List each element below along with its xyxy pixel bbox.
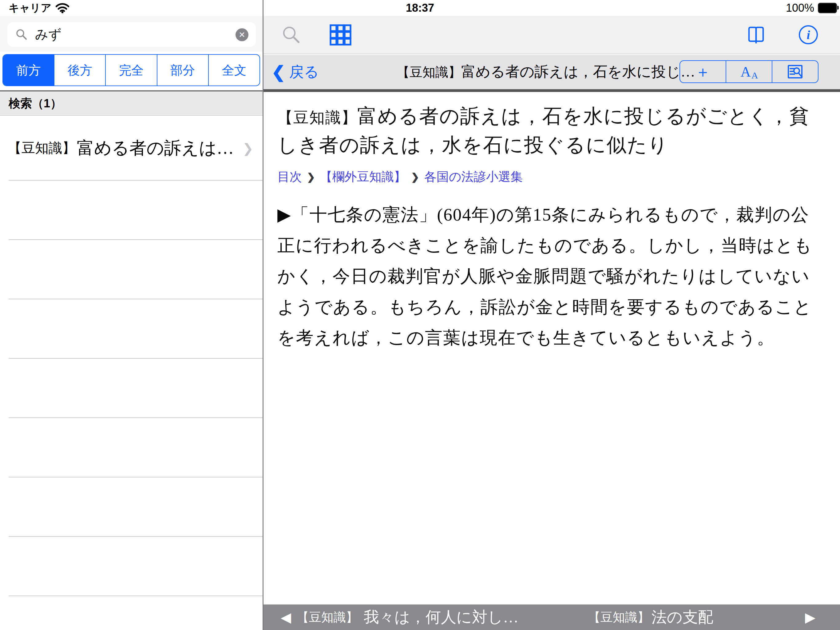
nav-bottom-border	[264, 89, 840, 92]
bottom-pager-bar: ◀ 【豆知識】 我々は，何人に対し… 【豆知識】 法の支配 ▶	[264, 605, 840, 630]
empty-list-row	[0, 299, 262, 359]
breadcrumb-chevron-icon: ❯	[307, 171, 315, 183]
nav-title-tag: 【豆知識】	[396, 64, 461, 81]
right-status-bar: 18:37 100%	[264, 0, 840, 16]
breadcrumb-link-page[interactable]: 各国の法諺小選集	[424, 168, 523, 185]
search-toggle-icon[interactable]	[281, 25, 301, 44]
article-body: ▶「十七条の憲法」(604年)の第15条にみられるもので，裁判の公正に行われるべ…	[277, 199, 825, 353]
back-button[interactable]: ❮ 戻る	[272, 55, 319, 89]
font-size-button[interactable]: AA	[726, 61, 772, 82]
search-input[interactable]	[35, 27, 196, 42]
search-mode-segmented-control: 前方 後方 完全 部分 全文	[2, 54, 260, 86]
segment-partial-match[interactable]: 部分	[157, 55, 208, 85]
empty-list-row	[0, 240, 262, 299]
add-bookmark-button[interactable]: ＋	[680, 61, 726, 82]
next-entry-title: 法の支配	[652, 607, 713, 628]
result-tag: 【豆知識】	[8, 139, 76, 157]
status-clock: 18:37	[264, 0, 576, 16]
article-heading: 【豆知識】富める者の訴えは，石を水に投じるがごとく，貧しき者の訴えは，水を石に投…	[277, 103, 825, 159]
toolbar-right-group: i	[747, 16, 818, 54]
article-heading-tag: 【豆知識】	[277, 109, 357, 126]
battery-icon	[818, 3, 837, 13]
battery-percent-label: 100%	[786, 2, 814, 14]
next-entry-button[interactable]: ▶	[805, 605, 815, 630]
battery-group: 100%	[786, 0, 837, 16]
wifi-icon	[56, 3, 69, 13]
search-mode-area: 前方 後方 完全 部分 全文	[0, 54, 262, 90]
breadcrumb-chevron-icon: ❯	[411, 171, 419, 183]
article-content: 【豆知識】富める者の訴えは，石を水に投じるがごとく，貧しき者の訴えは，水を石に投…	[264, 92, 840, 605]
breadcrumb: 目次 ❯ 【欄外豆知識】 ❯ 各国の法諺小選集	[277, 168, 825, 185]
left-status-bar: キャリア	[0, 0, 262, 16]
top-toolbar: i	[264, 16, 840, 54]
empty-list-row	[0, 537, 262, 596]
prev-entry-title: 我々は，何人に対し…	[364, 607, 519, 628]
next-entry-tag: 【豆知識】	[588, 609, 650, 626]
nav-title: 【豆知識】 富める者の訴えは，石を水に投じ…	[396, 55, 695, 89]
segment-prefix-match[interactable]: 前方	[3, 55, 54, 85]
result-title: 富める者の訴えは…	[77, 136, 234, 160]
nav-button-group: ＋ AA	[679, 60, 818, 83]
bookmark-book-icon[interactable]	[747, 25, 766, 44]
next-arrow-icon: ▶	[805, 609, 815, 625]
result-row[interactable]: 【豆知識】 富める者の訴えは… ❯	[0, 116, 262, 180]
search-field[interactable]: ✕	[7, 22, 256, 47]
back-label: 戻る	[289, 62, 319, 82]
info-icon[interactable]: i	[799, 25, 818, 44]
results-header: 検索（1）	[0, 91, 262, 116]
search-panel: キャリア ✕ 前方 後方 完全 部分	[0, 0, 262, 630]
grid-index-icon[interactable]	[329, 24, 351, 46]
carrier-label: キャリア	[9, 1, 51, 15]
search-in-page-icon	[787, 64, 803, 79]
empty-list-row	[0, 418, 262, 477]
segment-fulltext-match[interactable]: 全文	[208, 55, 259, 85]
toolbar-left-group	[281, 16, 351, 54]
search-in-page-button[interactable]	[772, 61, 818, 82]
next-entry-label[interactable]: 【豆知識】 法の支配	[588, 605, 713, 630]
segment-exact-match[interactable]: 完全	[105, 55, 156, 85]
nav-title-text: 富める者の訴えは，石を水に投じ…	[461, 62, 695, 82]
back-chevron-icon: ❮	[272, 62, 285, 82]
breadcrumb-link-section[interactable]: 【欄外豆知識】	[320, 168, 406, 185]
clear-search-icon[interactable]: ✕	[235, 28, 248, 41]
font-size-icon: A	[741, 64, 751, 80]
empty-list-row	[0, 180, 262, 240]
prev-arrow-icon: ◀	[281, 609, 291, 625]
chevron-right-icon: ❯	[243, 141, 253, 156]
prev-entry-button[interactable]: ◀ 【豆知識】 我々は，何人に対し…	[281, 605, 518, 630]
prev-entry-tag: 【豆知識】	[297, 609, 358, 626]
article-heading-text: 富める者の訴えは，石を水に投じるがごとく，貧しき者の訴えは，水を石に投ぐるに似た…	[277, 105, 810, 156]
search-icon	[15, 28, 28, 41]
search-bar-container: ✕	[0, 16, 262, 52]
segment-suffix-match[interactable]: 後方	[54, 55, 105, 85]
empty-list-row	[0, 359, 262, 418]
nav-bar: ❮ 戻る 【豆知識】 富める者の訴えは，石を水に投じ… ＋ AA	[264, 55, 840, 89]
breadcrumb-link-toc[interactable]: 目次	[277, 168, 302, 185]
content-panel: 18:37 100%	[264, 0, 840, 630]
plus-icon: ＋	[695, 62, 711, 82]
empty-list-row	[0, 477, 262, 537]
